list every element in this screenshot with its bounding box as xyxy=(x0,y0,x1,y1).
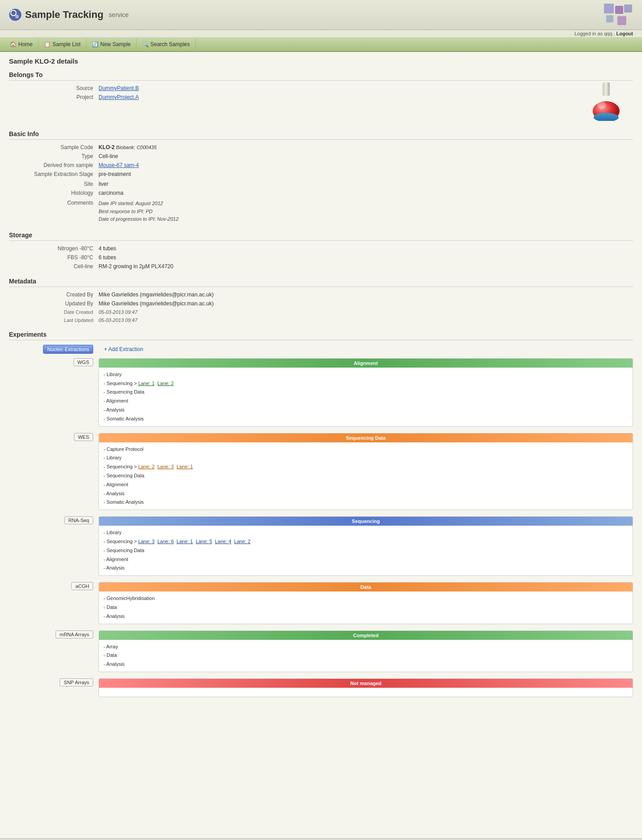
belongs-to-fields: Source DummyPatient.B Project DummyProje… xyxy=(9,85,588,103)
rna-seq-card-body: - Library - Sequencing > Lane: 3 Lane: 6… xyxy=(99,526,633,575)
app-title: Sample Tracking xyxy=(25,9,103,21)
mrna-label-cell: mRNA Arrays xyxy=(9,630,99,639)
type-value: Cell-line xyxy=(99,153,118,159)
rna-seq-label-cell: RNA-Seq xyxy=(9,516,99,524)
updated-by-row: Updated By Mike Gavrielides (mgavrielide… xyxy=(9,300,633,307)
svg-rect-3 xyxy=(604,4,614,13)
mrna-card-header: Completed xyxy=(99,631,633,640)
nav-sample-list[interactable]: 📋 Sample List xyxy=(39,39,86,50)
nav-home[interactable]: 🏠 Home xyxy=(4,39,39,50)
header: Sample Tracking service xyxy=(0,0,642,30)
page-title: Sample KLO-2 details xyxy=(9,57,633,65)
wes-label: WES xyxy=(74,433,93,441)
wgs-card-body: - Library - Sequencing > Lane: 1 Lane: 2… xyxy=(99,368,633,426)
project-link[interactable]: DummyProject.A xyxy=(99,94,139,100)
source-link[interactable]: DummyPatient.B xyxy=(99,85,139,91)
site-value: liver xyxy=(99,181,108,187)
experiments-header: Experiments xyxy=(9,331,633,340)
wes-lane1[interactable]: Lane: 1 xyxy=(177,464,193,469)
experiment-row-snp: SNP Arrays Not managed xyxy=(9,678,633,697)
acgh-label-cell: aCGH xyxy=(9,582,99,590)
acgh-card-header: Data xyxy=(99,583,633,591)
metadata-section: Metadata Created By Mike Gavrielides (mg… xyxy=(9,278,633,323)
wgs-label-cell: WGS xyxy=(9,358,99,366)
nav-new-sample[interactable]: 🔄 New Sample xyxy=(86,39,137,50)
belongs-to-header: Belongs To xyxy=(9,71,633,81)
derived-label: Derived from sample xyxy=(9,162,99,168)
created-by-row: Created By Mike Gavrielides (mgavrielide… xyxy=(9,291,633,298)
wgs-lane1[interactable]: Lane: 1 xyxy=(138,381,155,386)
rna-seq-card: Sequencing - Library - Sequencing > Lane… xyxy=(99,516,633,576)
rna-lane2[interactable]: Lane: 2 xyxy=(234,539,251,544)
sample-image xyxy=(588,81,624,122)
rna-lane1[interactable]: Lane: 1 xyxy=(177,539,193,544)
extraction-stage-value: pre-treatment xyxy=(99,171,131,177)
cellline-label: Cell-line xyxy=(9,263,99,270)
rna-lane5[interactable]: Lane: 5 xyxy=(196,539,212,544)
experiment-row-rna-seq: RNA-Seq Sequencing - Library - Sequencin… xyxy=(9,516,633,576)
add-extraction-link[interactable]: + Add Extraction xyxy=(104,346,143,352)
experiments-section: Experiments Nucleic Extractions + Add Ex… xyxy=(9,331,633,697)
histology-value: carcinoma xyxy=(99,190,123,196)
svg-rect-6 xyxy=(606,15,613,22)
created-by-label: Created By xyxy=(9,291,99,298)
date-created-label: Date Created xyxy=(9,309,99,315)
rna-lane3[interactable]: Lane: 3 xyxy=(138,539,155,544)
logged-in-text: Logged in as qqq . xyxy=(574,31,615,36)
login-bar: Logged in as qqq . Logout xyxy=(0,30,642,38)
home-icon: 🏠 xyxy=(10,41,17,47)
snp-label: SNP Arrays xyxy=(60,678,93,686)
histology-row: Histology carcinoma xyxy=(9,190,633,196)
project-row: Project DummyProject.A xyxy=(9,94,588,100)
cellline-value: RM-2 growing in 2µM PLX4720 xyxy=(99,263,173,270)
logo-icon xyxy=(9,9,22,21)
wgs-lane2[interactable]: Lane: 2 xyxy=(157,381,174,386)
sample-code-label: Sample Code xyxy=(9,144,99,150)
logout-link[interactable]: Logout xyxy=(616,31,633,36)
experiment-row-wes: WES Sequencing Data - Capture Protocol -… xyxy=(9,433,633,510)
nav-home-label: Home xyxy=(18,41,33,47)
last-updated-label: Last Updated xyxy=(9,317,99,323)
rna-lane6[interactable]: Lane: 6 xyxy=(157,539,174,544)
experiment-row-wgs: WGS Alignment - Library - Sequencing > L… xyxy=(9,358,633,427)
svg-rect-8 xyxy=(603,82,610,96)
basic-info-section: Basic Info Sample Code KLO-2 Biobank: C0… xyxy=(9,130,633,223)
new-icon: 🔄 xyxy=(92,41,99,47)
storage-header: Storage xyxy=(9,231,633,241)
source-row: Source DummyPatient.B xyxy=(9,85,588,91)
extraction-stage-row: Sample Extraction Stage pre-treatment xyxy=(9,171,633,177)
wes-card: Sequencing Data - Capture Protocol - Lib… xyxy=(99,433,633,510)
mrna-card: Completed - Array - Data - Analysis xyxy=(99,630,633,672)
header-decoration xyxy=(579,4,633,26)
nav-search-samples[interactable]: 🔍 Search Samples xyxy=(137,39,196,50)
date-created-row: Date Created 05-03-2013 09:47 xyxy=(9,309,633,315)
acgh-label: aCGH xyxy=(71,582,93,590)
navbar: 🏠 Home 📋 Sample List 🔄 New Sample 🔍 Sear… xyxy=(0,38,642,52)
mrna-label: mRNA Arrays xyxy=(56,630,93,639)
site-label: Site xyxy=(9,181,99,187)
belongs-to-section: Belongs To Source DummyPatient.B Project… xyxy=(9,71,633,122)
nav-sample-list-label: Sample List xyxy=(52,41,81,47)
list-icon: 📋 xyxy=(44,41,51,47)
experiment-row-acgh: aCGH Data - GenomicHybridisation - Data … xyxy=(9,582,633,624)
last-updated-value: 05-03-2013 09:47 xyxy=(99,317,138,323)
created-by-value: Mike Gavrielides (mgavrielides@picr.man.… xyxy=(99,291,214,298)
nucleic-extractions-button[interactable]: Nucleic Extractions xyxy=(43,345,93,354)
wes-lane2[interactable]: Lane: 2 xyxy=(138,464,155,469)
svg-point-11 xyxy=(597,102,606,109)
updated-by-label: Updated By xyxy=(9,300,99,307)
nitrogen-row: Nitrogen -80°C 4 tubes xyxy=(9,245,633,252)
type-label: Type xyxy=(9,153,99,159)
project-value: DummyProject.A xyxy=(99,94,139,100)
histology-label: Histology xyxy=(9,190,99,196)
metadata-header: Metadata xyxy=(9,278,633,287)
derived-link[interactable]: Mouse-67 sam-4 xyxy=(99,162,139,168)
project-label: Project xyxy=(9,94,99,100)
fbs-label: FBS -80°C xyxy=(9,254,99,261)
extraction-stage-label: Sample Extraction Stage xyxy=(9,171,99,177)
sample-code-row: Sample Code KLO-2 Biobank: C000435 xyxy=(9,144,633,150)
wes-lane3[interactable]: Lane: 3 xyxy=(157,464,174,469)
fbs-row: FBS -80°C 6 tubes xyxy=(9,254,633,261)
rna-lane4[interactable]: Lane: 4 xyxy=(215,539,232,544)
comments-value: Date IPI started: August 2012 Best respo… xyxy=(99,200,179,223)
